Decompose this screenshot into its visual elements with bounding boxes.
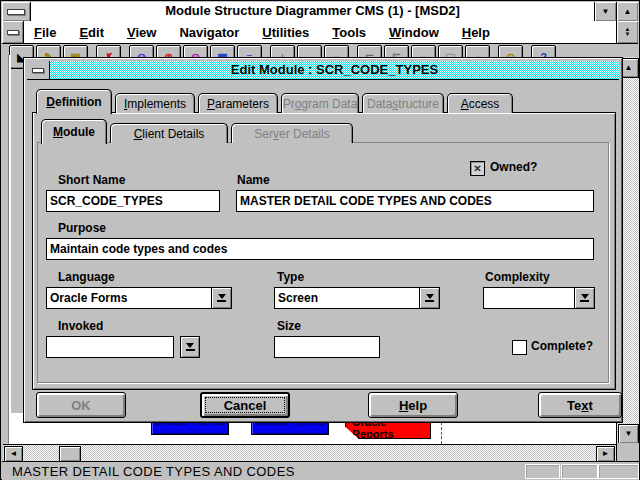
short-name-label: Short Name xyxy=(58,173,125,187)
cancel-button[interactable]: Cancel xyxy=(200,392,290,418)
tab-implements[interactable]: Implements xyxy=(115,93,195,113)
complete-label: Complete? xyxy=(531,339,593,353)
type-dropdown-button[interactable] xyxy=(419,288,439,308)
scroll-left-button[interactable]: ◄ xyxy=(4,446,23,462)
help-button[interactable]: Help xyxy=(368,392,458,418)
dropdown-bar-icon xyxy=(580,300,589,302)
scroll-down-icon: ▼ xyxy=(625,430,633,438)
language-label: Language xyxy=(58,270,115,284)
tab-access[interactable]: Access xyxy=(447,93,513,113)
dialog-titlebar: Edit Module : SCR_CODE_TYPES xyxy=(27,61,619,80)
dialog-system-menu-button[interactable] xyxy=(27,61,50,79)
language-select[interactable]: Oracle Forms xyxy=(46,287,232,309)
complexity-label: Complexity xyxy=(485,270,550,284)
app-title: Module Structure Diagrammer CMS (1) - [M… xyxy=(31,2,594,21)
maximize-icon: ▲ xyxy=(624,7,632,16)
restore-down-icon: ▼ xyxy=(625,32,631,37)
horizontal-scroll-thumb[interactable] xyxy=(59,446,81,462)
name-input[interactable] xyxy=(236,190,594,212)
menu-navigator[interactable]: Navigator xyxy=(179,25,239,40)
horizontal-scrollbar[interactable]: ◄ ► xyxy=(3,444,616,461)
dropdown-arrow-icon xyxy=(581,294,589,299)
edit-module-dialog: Edit Module : SCR_CODE_TYPES Definition … xyxy=(23,57,623,423)
dropdown-arrow-icon xyxy=(186,343,194,348)
sub-tab-strip: Module Client Details Server Details xyxy=(41,119,353,143)
scrollbar-corner xyxy=(617,443,639,461)
scroll-left-icon: ◄ xyxy=(10,450,18,458)
subtab-module[interactable]: Module xyxy=(41,119,107,144)
child-system-menu-button[interactable] xyxy=(2,21,24,43)
dialog-tab-strip: Definition Implements Parameters Program… xyxy=(36,88,616,113)
complexity-dropdown-button[interactable] xyxy=(574,288,594,308)
module-tab-page: ✕ Owned? Short Name Name Purpose Languag… xyxy=(37,142,609,383)
definition-tab-page: Module Client Details Server Details ✕ O… xyxy=(32,112,616,390)
invoked-label: Invoked xyxy=(58,319,103,333)
minimize-icon: ▼ xyxy=(602,7,610,16)
size-input[interactable] xyxy=(274,336,380,358)
system-menu-dash-icon xyxy=(7,9,25,15)
tab-datastructure: Datastructure xyxy=(362,93,444,113)
subtab-server-details: Server Details xyxy=(231,123,353,143)
dropdown-arrow-icon xyxy=(218,294,226,299)
app-titlebar: Module Structure Diagrammer CMS (1) - [M… xyxy=(2,2,638,22)
menu-edit[interactable]: Edit xyxy=(79,25,104,40)
status-cell xyxy=(525,464,560,479)
invoked-input[interactable] xyxy=(46,336,174,358)
menu-window[interactable]: Window xyxy=(389,25,439,40)
dropdown-arrow-icon xyxy=(426,294,434,299)
menu-tools[interactable]: Tools xyxy=(332,25,366,40)
dropdown-bar-icon xyxy=(217,300,226,302)
child-window-frame xyxy=(8,55,11,461)
type-select[interactable]: Screen xyxy=(274,287,440,309)
menu-utilities[interactable]: Utilities xyxy=(262,25,309,40)
scroll-up-icon: ▲ xyxy=(625,64,633,72)
text-button[interactable]: Text xyxy=(538,392,622,418)
cancel-button-label: Cancel xyxy=(224,398,267,413)
type-label: Type xyxy=(277,270,304,284)
complete-checkbox[interactable] xyxy=(512,340,527,355)
child-restore-button[interactable]: ▲ ▼ xyxy=(616,21,638,43)
scroll-right-button[interactable]: ► xyxy=(596,446,615,462)
menu-help[interactable]: Help xyxy=(462,25,490,40)
status-text: MASTER DETAIL CODE TYPES AND CODES xyxy=(12,464,295,479)
screen: Module Structure Diagrammer CMS (1) - [M… xyxy=(0,0,640,480)
type-value: Screen xyxy=(275,288,419,308)
size-label: Size xyxy=(277,319,301,333)
dropdown-bar-icon xyxy=(186,349,195,351)
application-window: Module Structure Diagrammer CMS (1) - [M… xyxy=(0,0,640,480)
tab-program-data: Program Data xyxy=(281,93,359,113)
purpose-input[interactable] xyxy=(46,238,594,260)
scroll-down-button[interactable]: ▼ xyxy=(618,424,639,444)
checkbox-check-icon: ✕ xyxy=(473,163,481,174)
status-cell xyxy=(561,464,598,479)
status-cell xyxy=(598,464,639,479)
subtab-client-details[interactable]: Client Details xyxy=(110,123,228,143)
ok-button: OK xyxy=(36,392,126,418)
language-dropdown-button[interactable] xyxy=(211,288,231,308)
name-label: Name xyxy=(237,173,270,187)
complexity-select[interactable] xyxy=(483,287,595,309)
owned-label: Owned? xyxy=(490,160,537,174)
dropdown-bar-icon xyxy=(425,300,434,302)
purpose-label: Purpose xyxy=(58,221,106,235)
tab-definition[interactable]: Definition xyxy=(36,89,112,114)
complexity-value xyxy=(484,288,574,308)
short-name-input[interactable] xyxy=(46,190,220,212)
child-system-menu-dash-icon xyxy=(7,30,19,35)
status-bar: MASTER DETAIL CODE TYPES AND CODES xyxy=(2,461,639,480)
owned-checkbox: ✕ xyxy=(470,161,485,176)
minimize-button[interactable]: ▼ xyxy=(594,2,616,21)
menu-view[interactable]: View xyxy=(127,25,156,40)
menu-file[interactable]: File xyxy=(34,25,56,40)
dialog-system-menu-dash-icon xyxy=(32,68,44,73)
scroll-right-icon: ► xyxy=(602,450,610,458)
system-menu-button[interactable] xyxy=(2,2,31,21)
invoked-dropdown-button[interactable] xyxy=(180,336,200,358)
dialog-title: Edit Module : SCR_CODE_TYPES xyxy=(50,61,619,79)
maximize-button[interactable]: ▲ xyxy=(616,2,638,21)
tab-parameters[interactable]: Parameters xyxy=(198,93,278,113)
language-value: Oracle Forms xyxy=(47,288,211,308)
menu-bar: File Edit View Navigator Utilities Tools… xyxy=(2,21,638,44)
